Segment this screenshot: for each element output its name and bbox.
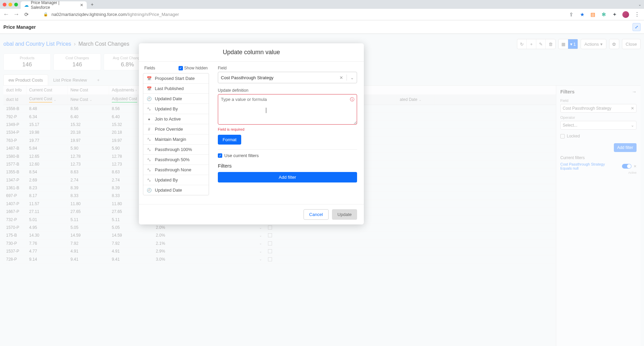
window-controls — [3, 3, 18, 6]
use-filters-checkbox[interactable]: ✓ Use current filters — [218, 153, 357, 158]
checkbox-checked-icon[interactable]: ✓ — [179, 66, 183, 70]
tabs-dropdown-icon[interactable]: ⌄ — [638, 2, 641, 7]
field-list-item[interactable]: ᴬₐUpdated By — [143, 104, 209, 114]
modal-footer: Cancel Update — [139, 204, 364, 224]
filters-heading: Filters — [218, 163, 357, 169]
add-filter-button[interactable]: Add filter — [218, 172, 357, 182]
field-list-item[interactable]: 🕘Updated Date — [143, 94, 209, 104]
extension-icon[interactable]: ▤ — [590, 12, 596, 18]
browser-tab[interactable]: ☁ Price Manager | Salesforce ✕ — [21, 1, 87, 9]
field-list-item[interactable]: ●Join to Active — [143, 114, 209, 124]
field-type-icon: ᴬₐ — [147, 168, 151, 172]
url-text[interactable]: na02martianziqdev.lightning.force.com/li… — [51, 12, 565, 17]
compress-icon[interactable]: ⤢ — [632, 23, 641, 31]
close-tab-icon[interactable]: ✕ — [80, 3, 83, 7]
field-item-label: Last Published — [155, 86, 184, 91]
field-item-label: Updated Date — [155, 188, 182, 193]
chrome-menu-icon[interactable]: ⋮ — [634, 12, 640, 18]
fields-header: Fields ✓ Show hidden — [143, 66, 209, 70]
fields-label: Fields — [144, 66, 155, 70]
field-list-item[interactable]: ᴬₐUpdated By — [143, 175, 209, 185]
page-title: Price Manager — [3, 24, 36, 30]
field-combobox[interactable]: Cost Passthrough Strategy ✕ ⌄ — [218, 72, 357, 83]
field-list-item[interactable]: ᴬₐPassthrough None — [143, 165, 209, 175]
field-list-item[interactable]: 📅Last Published — [143, 84, 209, 94]
field-type-icon: 📅 — [147, 76, 151, 81]
cancel-button[interactable]: Cancel — [304, 209, 329, 220]
field-type-icon: ᴬₐ — [147, 157, 151, 162]
chrome-actions: ⇪ ★ ▤ ✻ ✦ ⋮ — [568, 11, 641, 18]
field-label: Field — [218, 66, 357, 70]
definition-pane: Field Cost Passthrough Strategy ✕ ⌄ Upda… — [212, 62, 364, 199]
definition-wrapper: ⓘ — [218, 94, 357, 126]
new-tab-button[interactable]: + — [89, 2, 95, 7]
modal-title: Update column value — [146, 49, 357, 56]
field-item-label: Updated By — [155, 106, 178, 111]
field-item-label: Price Override — [155, 127, 183, 132]
validation-error-text: Field is required — [218, 127, 357, 131]
lock-icon: 🔒 — [43, 12, 48, 17]
field-type-icon: ᴬₐ — [147, 137, 151, 142]
back-icon[interactable]: ← — [3, 11, 9, 18]
definition-textarea[interactable] — [218, 94, 357, 125]
update-column-modal: Update column value Fields ✓ Show hidden… — [139, 43, 364, 224]
address-bar: ← → ⟳ 🔒 na02martianziqdev.lightning.forc… — [0, 9, 644, 20]
text-cursor-icon — [266, 108, 266, 113]
modal-header: Update column value — [139, 43, 364, 62]
forward-icon[interactable]: → — [13, 11, 20, 18]
field-item-label: Join to Active — [155, 116, 181, 122]
show-hidden-label: Show hidden — [184, 66, 208, 70]
chevron-down-icon[interactable]: ⌄ — [350, 75, 354, 80]
extension-gear-icon[interactable]: ✻ — [601, 12, 607, 18]
field-list-item[interactable]: #Price Override — [143, 124, 209, 134]
field-type-icon: ᴬₐ — [147, 147, 151, 152]
definition-label: Update definition — [218, 88, 357, 93]
field-type-icon: # — [147, 127, 151, 132]
field-type-icon: 🕘 — [147, 188, 151, 193]
divider — [218, 149, 357, 150]
field-item-label: Passthrough None — [155, 167, 191, 172]
checkbox-checked-icon[interactable]: ✓ — [218, 153, 222, 158]
profile-avatar-icon[interactable] — [622, 11, 629, 18]
fields-pane: Fields ✓ Show hidden 📅Proposed Start Dat… — [139, 62, 212, 199]
field-item-label: Passthrough 100% — [155, 147, 192, 152]
field-item-label: Updated Date — [155, 96, 182, 101]
field-type-icon: 🕘 — [147, 96, 151, 101]
field-item-label: Updated By — [155, 177, 178, 182]
format-button[interactable]: Format — [218, 135, 241, 145]
reload-icon[interactable]: ⟳ — [23, 12, 30, 18]
field-type-icon: ● — [147, 117, 151, 122]
tab-strip: ☁ Price Manager | Salesforce ✕ + — [21, 0, 95, 9]
use-filters-label: Use current filters — [224, 153, 259, 158]
divider — [347, 74, 347, 81]
clear-icon[interactable]: ✕ — [339, 75, 343, 80]
update-button[interactable]: Update — [332, 209, 357, 220]
field-list-item[interactable]: 📅Proposed Start Date — [143, 73, 209, 84]
salesforce-favicon-icon: ☁ — [24, 3, 29, 7]
field-list-item[interactable]: ᴬₐMaintain Margin — [143, 134, 209, 145]
field-list-item[interactable]: ᴬₐPassthrough 50% — [143, 155, 209, 165]
fields-list: 📅Proposed Start Date📅Last Published🕘Upda… — [143, 73, 209, 195]
field-type-icon: 📅 — [147, 86, 151, 91]
app-top-bar: Price Manager ⤢ — [0, 20, 644, 34]
maximize-window-icon[interactable] — [14, 3, 18, 6]
bookmark-star-icon[interactable]: ★ — [579, 12, 585, 18]
minimize-window-icon[interactable] — [8, 3, 12, 6]
field-list-item[interactable]: 🕘Updated Date — [143, 185, 209, 195]
extensions-puzzle-icon[interactable]: ✦ — [611, 12, 618, 18]
modal-body: Fields ✓ Show hidden 📅Proposed Start Dat… — [139, 62, 364, 204]
field-value: Cost Passthrough Strategy — [221, 75, 273, 80]
field-item-label: Passthrough 50% — [155, 157, 190, 162]
field-type-icon: ᴬₐ — [147, 178, 151, 182]
field-item-label: Maintain Margin — [155, 137, 186, 142]
field-type-icon: ᴬₐ — [147, 107, 151, 111]
close-window-icon[interactable] — [3, 3, 6, 6]
show-hidden-toggle[interactable]: ✓ Show hidden — [179, 66, 208, 70]
tab-title: Price Manager | Salesforce — [31, 0, 78, 10]
browser-tab-strip: ☁ Price Manager | Salesforce ✕ + ⌄ — [0, 0, 644, 9]
field-item-label: Proposed Start Date — [155, 76, 195, 81]
error-icon: ⓘ — [350, 96, 354, 103]
field-list-item[interactable]: ᴬₐPassthrough 100% — [143, 145, 209, 155]
share-icon[interactable]: ⇪ — [568, 12, 574, 18]
